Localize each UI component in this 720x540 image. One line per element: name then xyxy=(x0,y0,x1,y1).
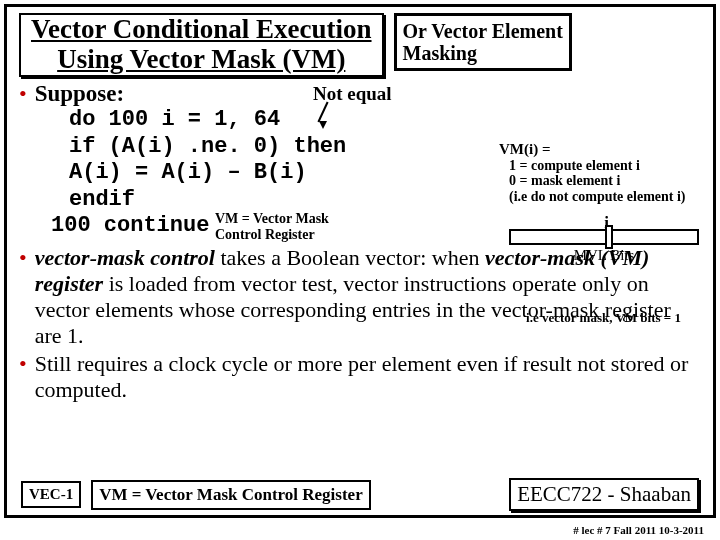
bullet-list: • vector-mask control takes a Boolean ve… xyxy=(19,245,701,403)
course-box: EECC722 - Shaaban xyxy=(509,478,699,511)
vm-caption: VM = Vector Mask Control Register xyxy=(215,211,329,242)
vm-side-s3: (i.e do not compute element i) xyxy=(509,189,707,204)
not-equal-label: Not equal xyxy=(313,83,392,105)
title-line-2: Using Vector Mask (VM) xyxy=(57,44,345,74)
alt-title-box: Or Vector Element Masking xyxy=(394,13,572,71)
vec-tag: VEC-1 xyxy=(21,481,81,508)
code-block-wrap: Not equal do 100 i = 1, 64 if (A(i) .ne.… xyxy=(19,107,701,239)
alt-line-2: Masking xyxy=(403,42,477,64)
header-row: Vector Conditional Execution Using Vecto… xyxy=(19,13,701,77)
bullet-icon: • xyxy=(19,247,27,269)
vm-side-s1: 1 = compute element i xyxy=(509,158,707,173)
page-footer: # lec # 7 Fall 2011 10-3-2011 xyxy=(573,524,704,536)
vm-caption-l1: VM = Vector Mask xyxy=(215,211,329,226)
b1-pre: vector-mask control xyxy=(35,245,221,270)
arrow-head-icon xyxy=(319,121,327,129)
vm-caption-l2: Control Register xyxy=(215,227,315,242)
alt-line-1: Or Vector Element xyxy=(403,20,563,42)
footer-row: VEC-1 VM = Vector Mask Control Register … xyxy=(21,478,699,511)
code-line-1: do 100 i = 1, 64 xyxy=(69,107,701,133)
bullet-icon: • xyxy=(19,353,27,375)
vm-side-legend: VM(i) = 1 = compute element i 0 = mask e… xyxy=(499,141,707,204)
b1-tiny: i.e vector mask, VM bits = 1 xyxy=(526,310,681,325)
main-title-box: Vector Conditional Execution Using Vecto… xyxy=(19,13,384,77)
bullet-2-text: Still requires a clock cycle or more per… xyxy=(35,351,701,403)
bullet-icon: • xyxy=(19,83,27,105)
suppose-label: Suppose: xyxy=(35,81,124,107)
b1-mid: takes a Boolean vector: when xyxy=(220,245,485,270)
title-line-1: Vector Conditional Execution xyxy=(31,14,372,44)
vm-side-hdr: VM(i) = xyxy=(499,141,707,158)
bullet-1-text: vector-mask control takes a Boolean vect… xyxy=(35,245,701,349)
vm-side-s2: 0 = mask element i xyxy=(509,173,707,188)
vm-footer-box: VM = Vector Mask Control Register xyxy=(91,480,371,510)
